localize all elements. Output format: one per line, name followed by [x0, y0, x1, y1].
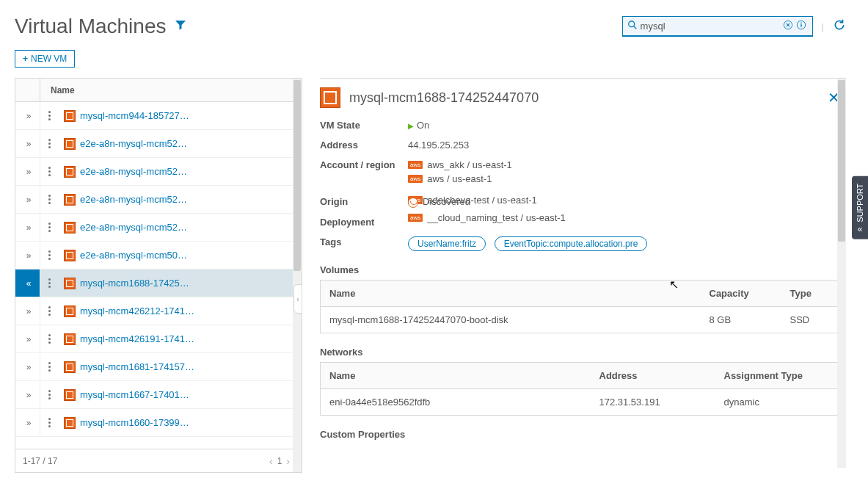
- page-title: Virtual Machines: [15, 15, 166, 38]
- kebab-icon[interactable]: [40, 362, 58, 372]
- expand-icon[interactable]: »: [15, 214, 40, 241]
- expand-icon[interactable]: »: [15, 381, 40, 408]
- list-item[interactable]: »mysql-mcm1660-17399…: [15, 409, 302, 437]
- kebab-icon[interactable]: [40, 278, 58, 288]
- value-address: 44.195.25.253: [408, 140, 840, 151]
- tag-pill[interactable]: UserName:fritz: [408, 236, 486, 251]
- vm-icon: [64, 278, 76, 289]
- prev-page-icon[interactable]: ‹: [265, 455, 277, 467]
- list-item[interactable]: »mysql-mcm426212-1741…: [15, 297, 302, 325]
- section-volumes: Volumes: [320, 264, 840, 275]
- kebab-icon[interactable]: [40, 250, 58, 260]
- detail-title: mysql-mcm1688-174252447070: [349, 90, 828, 106]
- list-item[interactable]: »mysql-mcm944-185727…: [15, 102, 302, 130]
- vm-icon: [64, 194, 76, 206]
- label-account: Account / region: [320, 159, 408, 187]
- vm-icon: [64, 417, 76, 429]
- networks-table: Name Address Assignment Type eni-0a44e51…: [320, 362, 840, 416]
- svg-point-0: [628, 21, 634, 27]
- section-networks: Networks: [320, 347, 840, 358]
- kebab-icon[interactable]: [40, 111, 58, 120]
- col-name[interactable]: Name: [321, 362, 591, 388]
- expand-icon[interactable]: »: [15, 409, 40, 436]
- list-item[interactable]: »e2e-a8n-mysql-mcm50…: [15, 242, 302, 269]
- list-item[interactable]: »mysql-mcm426191-1741…: [15, 325, 302, 353]
- list-item[interactable]: »mysql-mcm1681-174157…: [15, 353, 302, 381]
- label-origin: Origin: [320, 196, 408, 208]
- list-item[interactable]: »e2e-a8n-mysql-mcm52…: [15, 214, 302, 242]
- vm-name-link[interactable]: e2e-a8n-mysql-mcm52…: [80, 194, 187, 205]
- svg-rect-4: [800, 24, 801, 27]
- search-icon: [627, 20, 638, 32]
- detail-panel: mysql-mcm1688-174252447070 ✕ VM State On…: [320, 78, 846, 473]
- section-custom: Custom Properties: [320, 429, 840, 440]
- search-input[interactable]: [641, 21, 781, 32]
- aws-icon: aws: [408, 214, 423, 222]
- expand-icon[interactable]: »: [15, 325, 40, 352]
- expand-icon[interactable]: »: [15, 242, 40, 269]
- kebab-icon[interactable]: [40, 418, 58, 427]
- list-item[interactable]: »e2e-a8n-mysql-mcm52…: [15, 158, 302, 186]
- vm-name-link[interactable]: mysql-mcm1688-17425…: [80, 278, 189, 289]
- vm-name-link[interactable]: e2e-a8n-mysql-mcm52…: [80, 138, 187, 149]
- vm-name-link[interactable]: e2e-a8n-mysql-mcm50…: [80, 250, 187, 261]
- value-vm-state: On: [408, 120, 840, 131]
- kebab-icon[interactable]: [40, 195, 58, 204]
- column-header-name[interactable]: Name: [40, 85, 75, 95]
- kebab-icon[interactable]: [40, 306, 58, 316]
- vm-icon: [64, 222, 76, 234]
- tag-pill[interactable]: EventTopic:compute.allocation.pre: [495, 236, 648, 251]
- expand-icon[interactable]: «: [15, 269, 40, 297]
- vm-name-link[interactable]: mysql-mcm426191-1741…: [80, 333, 194, 344]
- col-address[interactable]: Address: [591, 362, 715, 388]
- new-vm-button[interactable]: NEW VM: [15, 50, 75, 68]
- svg-line-1: [633, 26, 636, 29]
- expand-icon[interactable]: »: [15, 353, 40, 380]
- support-tab[interactable]: SUPPORT: [852, 176, 868, 239]
- table-row[interactable]: eni-0a44e518e9562fdfb 172.31.53.191 dyna…: [321, 388, 840, 415]
- vm-name-link[interactable]: e2e-a8n-mysql-mcm52…: [80, 222, 187, 233]
- vm-name-link[interactable]: mysql-mcm1660-17399…: [80, 417, 189, 428]
- vm-name-link[interactable]: mysql-mcm1681-174157…: [80, 361, 194, 372]
- table-row[interactable]: mysql-mcm1688-174252447070-boot-disk 8 G…: [321, 306, 840, 333]
- col-assign[interactable]: Assignment Type: [715, 362, 840, 388]
- row-count: 1-17 / 17: [23, 456, 57, 466]
- search-box[interactable]: [622, 16, 813, 37]
- expand-icon[interactable]: »: [15, 186, 40, 213]
- clear-search-icon[interactable]: [783, 20, 793, 32]
- divider: |: [822, 21, 824, 32]
- col-type[interactable]: Type: [781, 280, 840, 306]
- vm-icon: [320, 87, 340, 108]
- info-icon[interactable]: [796, 20, 806, 32]
- vm-name-link[interactable]: mysql-mcm426212-1741…: [80, 305, 194, 316]
- vm-name-link[interactable]: e2e-a8n-mysql-mcm52…: [80, 166, 187, 177]
- vm-icon: [64, 166, 76, 178]
- cloud-icon: [408, 198, 418, 208]
- kebab-icon[interactable]: [40, 167, 58, 176]
- expand-icon[interactable]: »: [15, 297, 40, 325]
- vm-icon: [64, 361, 76, 373]
- list-item[interactable]: «mysql-mcm1688-17425…: [15, 269, 302, 297]
- value-account: awsaws_akk / us-east-1 awsaws / us-east-…: [408, 159, 840, 187]
- vm-icon: [64, 110, 76, 122]
- refresh-icon[interactable]: [833, 18, 846, 35]
- filter-icon[interactable]: [175, 19, 186, 35]
- kebab-icon[interactable]: [40, 390, 58, 399]
- kebab-icon[interactable]: [40, 334, 58, 344]
- expand-icon[interactable]: »: [15, 102, 40, 129]
- collapse-handle-icon[interactable]: ‹: [293, 284, 302, 314]
- list-item[interactable]: »mysql-mcm1667-17401…: [15, 381, 302, 409]
- vm-name-link[interactable]: mysql-mcm1667-17401…: [80, 389, 189, 400]
- expand-icon[interactable]: »: [15, 158, 40, 185]
- kebab-icon[interactable]: [40, 223, 58, 232]
- kebab-icon[interactable]: [40, 139, 58, 148]
- value-tags: UserName:fritz EventTopic:compute.alloca…: [408, 236, 840, 251]
- vm-name-link[interactable]: mysql-mcm944-185727…: [80, 110, 189, 121]
- vm-icon: [64, 333, 76, 345]
- list-item[interactable]: »e2e-a8n-mysql-mcm52…: [15, 130, 302, 158]
- svg-rect-5: [800, 23, 801, 23]
- list-item[interactable]: »e2e-a8n-mysql-mcm52…: [15, 186, 302, 214]
- expand-icon[interactable]: »: [15, 130, 40, 157]
- col-name[interactable]: Name: [321, 280, 701, 306]
- col-capacity[interactable]: Capacity: [701, 280, 781, 306]
